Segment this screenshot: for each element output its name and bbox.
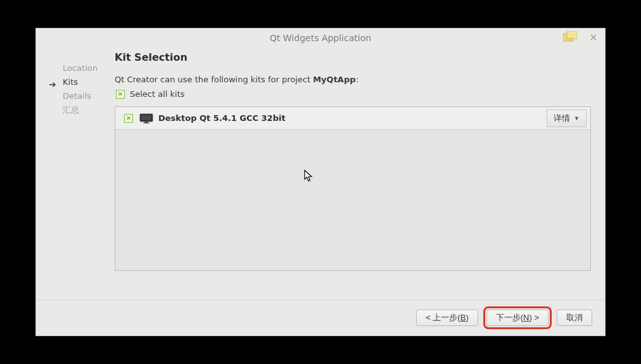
kit-name: Desktop Qt 5.4.1 GCC 32bit <box>158 113 547 123</box>
window-title: Qt Widgets Application <box>270 33 371 43</box>
close-icon[interactable]: × <box>588 32 599 42</box>
content-area: Location ➔ Kits Details 汇总 Kit Selection… <box>36 47 605 299</box>
select-all-label: Select all kits <box>130 89 185 99</box>
step-label: Details <box>63 91 91 101</box>
page-heading: Kit Selection <box>115 51 591 63</box>
svg-rect-5 <box>143 123 149 123</box>
svg-rect-1 <box>567 31 577 39</box>
svg-rect-3 <box>141 115 151 120</box>
wizard-steps-sidebar: Location ➔ Kits Details 汇总 <box>41 47 115 299</box>
step-label: Location <box>63 63 98 73</box>
main-panel: Kit Selection Qt Creator can use the fol… <box>115 47 600 299</box>
kits-list-panel: ✕ Desktop Qt 5.4.1 GCC 32bit 详情 ▼ <box>115 106 591 271</box>
step-summary: 汇总 <box>49 103 115 117</box>
folder-icon <box>563 31 577 42</box>
chevron-down-icon: ▼ <box>574 115 580 122</box>
kit-row[interactable]: ✕ Desktop Qt 5.4.1 GCC 32bit 详情 ▼ <box>115 107 590 130</box>
step-details: Details <box>49 89 115 103</box>
desktop-monitor-icon <box>139 113 153 123</box>
next-button[interactable]: 下一步(N) > <box>486 310 549 326</box>
step-kits: ➔ Kits <box>49 75 115 89</box>
select-all-kits-row[interactable]: ✕ Select all kits <box>116 89 591 99</box>
project-name: MyQtApp <box>313 75 355 84</box>
details-label: 详情 <box>554 113 570 124</box>
step-label: Kits <box>63 77 78 87</box>
wizard-footer: < 上一步(B) 下一步(N) > 取消 <box>36 299 605 335</box>
back-button[interactable]: < 上一步(B) <box>416 310 478 326</box>
description-text: Qt Creator can use the following kits fo… <box>115 75 591 84</box>
wizard-dialog: Qt Widgets Application × Location ➔ Kits… <box>35 28 606 336</box>
titlebar: Qt Widgets Application × <box>36 28 605 47</box>
svg-rect-4 <box>144 122 148 123</box>
kit-checkbox[interactable]: ✕ <box>124 114 133 123</box>
kit-details-button[interactable]: 详情 ▼ <box>547 110 587 127</box>
next-button-highlight: 下一步(N) > <box>483 306 552 329</box>
select-all-checkbox[interactable]: ✕ <box>116 90 125 99</box>
step-label: 汇总 <box>63 105 79 115</box>
step-location: Location <box>49 61 115 75</box>
cancel-button[interactable]: 取消 <box>557 310 592 326</box>
